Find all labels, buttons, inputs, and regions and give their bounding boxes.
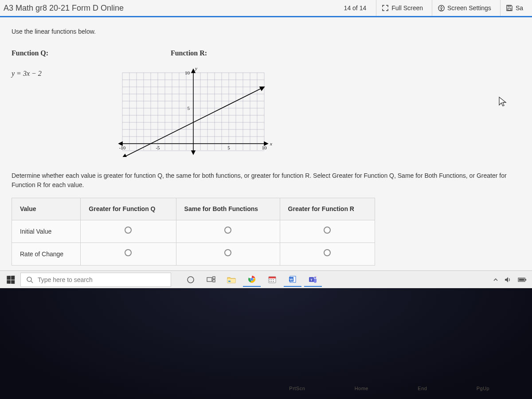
table-header-row: Value Greater for Function Q Same for Bo…	[12, 198, 375, 220]
question-content: Use the linear functions below. Function…	[0, 17, 532, 270]
header-controls: 14 of 14 Full Screen Screen Settings Sa	[338, 0, 528, 16]
row-label-initial: Initial Value	[12, 220, 81, 243]
word-icon[interactable]: W	[284, 273, 301, 287]
page-title: A3 Math gr8 20-21 Form D Online	[4, 4, 338, 13]
svg-text:W: W	[289, 278, 293, 282]
svg-marker-40	[192, 69, 195, 73]
svg-rect-71	[271, 281, 272, 282]
volume-icon[interactable]	[505, 277, 512, 283]
svg-text:10: 10	[262, 145, 267, 150]
fn-key: PrtScn	[289, 386, 305, 391]
svg-rect-83	[519, 278, 524, 281]
header-bar: A3 Math gr8 20-21 Form D Online 14 of 14…	[0, 0, 532, 16]
taskbar-apps: W T4	[182, 273, 322, 287]
table-row: Initial Value	[12, 220, 375, 243]
col-greater-r: Greater for Function R	[280, 198, 375, 220]
svg-point-64	[251, 278, 253, 280]
search-placeholder: Type here to search	[38, 276, 93, 283]
answer-table: Value Greater for Function Q Same for Bo…	[12, 198, 375, 266]
svg-rect-67	[270, 279, 270, 280]
taskbar: Type here to search W T4	[0, 270, 532, 288]
svg-text:-5: -5	[156, 145, 160, 150]
function-q-label: Function Q:	[12, 48, 78, 59]
taskbar-search[interactable]: Type here to search	[20, 273, 171, 287]
battery-icon[interactable]	[518, 277, 527, 282]
function-r-block: Function R:	[113, 48, 273, 157]
svg-text:y: y	[195, 66, 197, 71]
full-screen-button[interactable]: Full Screen	[376, 0, 428, 16]
col-greater-q: Greater for Function Q	[81, 198, 176, 220]
svg-marker-51	[260, 87, 264, 90]
save-label: Sa	[516, 4, 523, 12]
full-screen-label: Full Screen	[391, 4, 423, 12]
radio-initial-r[interactable]	[324, 227, 331, 234]
accessibility-icon	[438, 4, 445, 12]
start-button[interactable]	[3, 273, 19, 287]
app-window: A3 Math gr8 20-21 Form D Online 14 of 14…	[0, 0, 532, 284]
page-counter: 14 of 14	[338, 4, 373, 12]
svg-rect-69	[273, 279, 274, 280]
tray-chevron-icon[interactable]	[493, 277, 498, 282]
windows-icon	[7, 275, 15, 284]
svg-rect-56	[207, 278, 212, 282]
svg-rect-60	[228, 281, 231, 282]
screen-settings-button[interactable]: Screen Settings	[432, 0, 497, 16]
col-same: Same for Both Functions	[176, 198, 280, 220]
svg-rect-70	[270, 281, 270, 282]
question-instructions: Determine whether each value is greater …	[12, 171, 520, 190]
svg-text:-10: -10	[119, 145, 126, 150]
svg-rect-66	[269, 277, 276, 278]
function-r-label: Function R:	[113, 48, 264, 59]
system-tray	[493, 277, 529, 283]
row-label-rate: Rate of Change	[12, 243, 81, 266]
radio-rate-q[interactable]	[125, 249, 132, 256]
svg-text:4: 4	[316, 275, 317, 278]
radio-initial-q[interactable]	[125, 227, 132, 234]
svg-rect-3	[508, 6, 510, 7]
svg-marker-41	[192, 151, 195, 154]
function-key-row: PrtScn Home End PgUp	[0, 386, 532, 391]
function-q-equation: y = 3x − 2	[12, 68, 78, 79]
radio-rate-r[interactable]	[324, 249, 331, 256]
task-view-icon[interactable]	[202, 273, 220, 287]
search-icon	[26, 276, 33, 283]
svg-rect-72	[273, 281, 274, 282]
svg-rect-2	[508, 8, 511, 10]
save-button[interactable]: Sa	[500, 0, 528, 16]
radio-rate-same[interactable]	[224, 249, 231, 256]
table-row: Rate of Change	[12, 243, 375, 266]
question-prompt: Use the linear functions below.	[12, 27, 520, 36]
fn-key: Home	[355, 386, 368, 391]
svg-rect-57	[213, 277, 215, 279]
svg-rect-58	[213, 280, 215, 282]
mouse-cursor-icon	[498, 96, 507, 108]
laptop-keyboard-area: PrtScn Home End PgUp	[0, 288, 532, 399]
fn-key: End	[418, 386, 427, 391]
cortana-icon[interactable]	[182, 273, 200, 287]
svg-text:x: x	[270, 141, 272, 146]
function-q-block: Function Q: y = 3x − 2	[12, 48, 78, 157]
svg-point-53	[27, 277, 31, 282]
radio-initial-same[interactable]	[224, 227, 231, 234]
fullscreen-icon	[382, 4, 389, 12]
calendar-icon[interactable]	[263, 273, 281, 287]
save-icon	[506, 4, 513, 12]
svg-point-55	[188, 277, 194, 283]
svg-line-54	[31, 281, 33, 283]
file-explorer-icon[interactable]	[223, 273, 240, 287]
function-r-graph: -10 -5 5 10 5 10 x y	[113, 64, 273, 157]
screen-settings-label: Screen Settings	[447, 4, 491, 12]
svg-text:5: 5	[188, 106, 190, 111]
svg-text:5: 5	[227, 145, 230, 150]
svg-rect-68	[271, 279, 272, 280]
svg-text:T: T	[310, 278, 313, 282]
teams-icon[interactable]: T4	[304, 273, 322, 287]
col-value: Value	[12, 198, 81, 220]
chrome-icon[interactable]	[243, 273, 261, 287]
functions-row: Function Q: y = 3x − 2 Function R:	[12, 48, 520, 157]
svg-rect-82	[525, 279, 526, 281]
svg-text:10: 10	[185, 70, 190, 75]
fn-key: PgUp	[477, 386, 490, 391]
svg-point-1	[441, 6, 442, 7]
